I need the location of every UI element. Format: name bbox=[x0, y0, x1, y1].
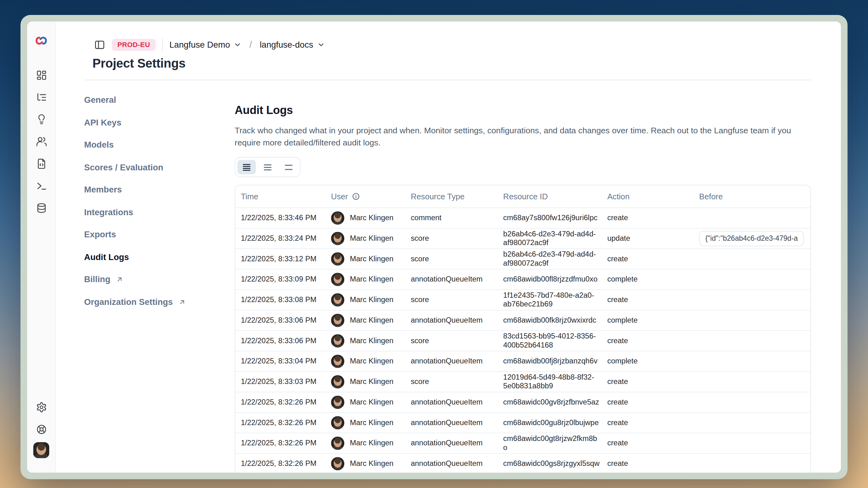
row-user-name: Marc Klingen bbox=[350, 234, 394, 243]
settings-nav: GeneralAPI KeysModelsScores / Evaluation… bbox=[84, 80, 235, 473]
row-user-avatar bbox=[331, 334, 345, 348]
nav-item-general[interactable]: General bbox=[84, 96, 235, 104]
cell-resource-type: annotationQueueItem bbox=[405, 275, 498, 284]
row-user-avatar bbox=[331, 293, 345, 307]
user-avatar[interactable] bbox=[33, 442, 50, 458]
nav-item-label: Members bbox=[84, 185, 122, 194]
row-user-avatar bbox=[331, 395, 345, 409]
nav-item-organization-settings[interactable]: Organization Settings bbox=[84, 297, 235, 306]
langfuse-logo[interactable] bbox=[32, 31, 51, 50]
nav-item-integrations[interactable]: Integrations bbox=[84, 208, 235, 217]
cell-resource-id: b26ab4c6-d2e3-479d-ad4d-af980072ac9f bbox=[498, 229, 601, 248]
project-name: langfuse-docs bbox=[260, 40, 313, 50]
row-height-small-button[interactable] bbox=[238, 160, 256, 174]
cell-resource-id: 83cd1563-bb95-4012-8356-400b52b64168 bbox=[498, 332, 601, 350]
column-header-user: User bbox=[326, 192, 405, 201]
page-title: Project Settings bbox=[93, 56, 811, 71]
table-row: 1/22/2025, 8:33:46 PMMarc Klingencomment… bbox=[235, 207, 810, 228]
org-name: Langfuse Demo bbox=[169, 40, 230, 50]
cell-action: create bbox=[601, 459, 693, 468]
chevron-down-icon bbox=[234, 41, 242, 48]
cell-time: 1/22/2025, 8:33:09 PM bbox=[235, 275, 326, 284]
table-row: 1/22/2025, 8:33:09 PMMarc Klingenannotat… bbox=[235, 269, 810, 290]
nav-item-audit-logs[interactable]: Audit Logs bbox=[84, 253, 235, 261]
table-row: 1/22/2025, 8:32:26 PMMarc Klingenannotat… bbox=[235, 392, 810, 412]
lightbulb-icon[interactable] bbox=[32, 110, 51, 129]
row-user-name: Marc Klingen bbox=[350, 275, 394, 284]
support-lifebuoy-icon[interactable] bbox=[32, 420, 51, 439]
row-user-name: Marc Klingen bbox=[350, 316, 394, 325]
row-height-large-button[interactable] bbox=[279, 160, 298, 174]
cell-action: create bbox=[601, 377, 693, 386]
row-user-name: Marc Klingen bbox=[350, 398, 394, 407]
nav-item-label: Organization Settings bbox=[84, 297, 173, 306]
users-icon[interactable] bbox=[32, 132, 51, 151]
nav-item-billing[interactable]: Billing bbox=[84, 275, 235, 284]
row-user-avatar bbox=[331, 457, 345, 470]
cell-action: create bbox=[601, 295, 693, 304]
database-icon[interactable] bbox=[32, 199, 51, 217]
cell-user: Marc Klingen bbox=[326, 436, 405, 450]
cell-resource-id: cm68awidc00gt8rjzw2fkm8bo bbox=[498, 434, 601, 453]
tracing-tree-icon[interactable] bbox=[32, 88, 51, 107]
row-user-name: Marc Klingen bbox=[350, 295, 394, 304]
settings-gear-icon[interactable] bbox=[32, 398, 51, 417]
nav-item-scores-evaluation[interactable]: Scores / Evaluation bbox=[84, 163, 235, 172]
cell-action: complete bbox=[601, 275, 693, 284]
breadcrumb: PROD-EU Langfuse Demo / langfuse-docs bbox=[94, 38, 811, 52]
audit-logs-table: Time User Resource Type Resource ID Acti… bbox=[235, 185, 811, 473]
cell-resource-type: score bbox=[405, 234, 498, 243]
section-title: Audit Logs bbox=[235, 103, 811, 117]
cell-user: Marc Klingen bbox=[326, 416, 405, 429]
env-badge: PROD-EU bbox=[112, 39, 155, 51]
cell-time: 1/22/2025, 8:32:26 PM bbox=[235, 398, 326, 407]
row-user-name: Marc Klingen bbox=[350, 377, 394, 386]
project-switcher[interactable]: langfuse-docs bbox=[260, 40, 325, 50]
table-row: 1/22/2025, 8:32:26 PMMarc Klingenannotat… bbox=[235, 432, 810, 453]
app-window: PROD-EU Langfuse Demo / langfuse-docs Pr… bbox=[21, 15, 848, 479]
nav-item-exports[interactable]: Exports bbox=[84, 230, 235, 239]
cell-resource-id: cm68awidc00gs8rjzgyxl5sqw bbox=[498, 459, 601, 468]
cell-resource-id: cm68awidc00gu8rjz0lbujwpe bbox=[498, 418, 601, 427]
external-link-icon bbox=[116, 275, 124, 283]
column-header-time: Time bbox=[235, 192, 326, 201]
section-description: Track who changed what in your project a… bbox=[235, 125, 799, 148]
cell-time: 1/22/2025, 8:33:46 PM bbox=[235, 213, 326, 222]
cell-action: create bbox=[601, 254, 693, 263]
row-height-medium-button[interactable] bbox=[258, 160, 277, 174]
main-panel: PROD-EU Langfuse Demo / langfuse-docs Pr… bbox=[56, 22, 841, 473]
audit-logs-section: Audit Logs Track who changed what in you… bbox=[235, 80, 811, 473]
column-header-before: Before bbox=[693, 192, 810, 201]
cell-user: Marc Klingen bbox=[326, 395, 405, 409]
cell-resource-type: annotationQueueItem bbox=[405, 398, 498, 407]
cell-action: complete bbox=[601, 316, 693, 325]
table-row: 1/22/2025, 8:33:06 PMMarc Klingenscore83… bbox=[235, 330, 810, 351]
cell-resource-type: score bbox=[405, 254, 498, 263]
dashboard-icon[interactable] bbox=[32, 66, 51, 85]
org-switcher[interactable]: Langfuse Demo bbox=[169, 40, 242, 50]
cell-time: 1/22/2025, 8:33:08 PM bbox=[235, 295, 326, 304]
cell-action: create bbox=[601, 398, 693, 407]
sidebar-toggle-icon[interactable] bbox=[94, 39, 105, 51]
cell-user: Marc Klingen bbox=[326, 252, 405, 266]
row-user-avatar bbox=[331, 314, 345, 327]
row-user-avatar bbox=[331, 232, 345, 245]
cell-resource-type: annotationQueueItem bbox=[405, 316, 498, 325]
table-row: 1/22/2025, 8:33:04 PMMarc Klingenannotat… bbox=[235, 351, 810, 371]
nav-item-models[interactable]: Models bbox=[84, 140, 235, 149]
cell-user: Marc Klingen bbox=[326, 355, 405, 368]
table-row: 1/22/2025, 8:33:08 PMMarc Klingenscore1f… bbox=[235, 289, 810, 310]
row-user-avatar bbox=[331, 252, 345, 266]
info-icon[interactable] bbox=[352, 192, 360, 200]
cell-resource-type: annotationQueueItem bbox=[405, 439, 498, 448]
file-code-icon[interactable] bbox=[32, 155, 51, 173]
nav-item-label: Exports bbox=[84, 230, 116, 239]
cell-action: create bbox=[601, 418, 693, 427]
cell-time: 1/22/2025, 8:33:06 PM bbox=[235, 336, 326, 345]
column-header-resource-id: Resource ID bbox=[498, 192, 601, 201]
terminal-icon[interactable] bbox=[32, 176, 51, 195]
nav-item-api-keys[interactable]: API Keys bbox=[84, 118, 235, 127]
nav-item-members[interactable]: Members bbox=[84, 185, 235, 194]
cell-user: Marc Klingen bbox=[326, 273, 405, 286]
cell-time: 1/22/2025, 8:33:03 PM bbox=[235, 377, 326, 386]
